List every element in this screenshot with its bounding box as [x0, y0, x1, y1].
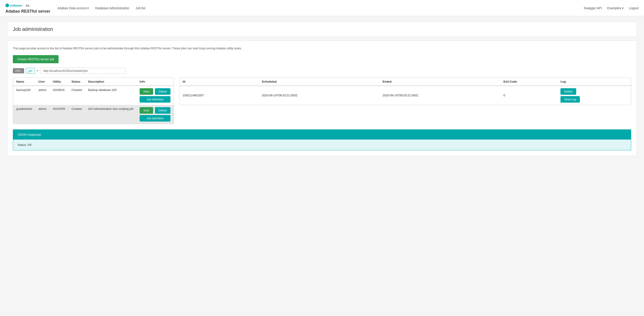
- brand-title: Adabas RESTful server: [6, 9, 50, 14]
- header: software AG Adabas RESTful server Adabas…: [0, 0, 644, 16]
- content-card: This page provide access to the list of …: [7, 40, 637, 156]
- start-button-1[interactable]: Start: [140, 88, 153, 95]
- info-row-1: Start Delete: [140, 88, 170, 95]
- hist-scheduled: 2020-06-14T06:03:21.000Z: [259, 86, 380, 105]
- info-buttons-1: Start Delete Job definition: [140, 88, 170, 103]
- job-desc-2: GO Administration test creating job: [85, 105, 136, 124]
- nav-examples[interactable]: Examples ▾: [607, 6, 624, 10]
- description: This page provide access to the list of …: [13, 46, 631, 51]
- json-response-body: Status: OK: [13, 140, 631, 150]
- col-name: Name: [13, 78, 35, 86]
- softwareag-logo: software AG: [6, 2, 30, 8]
- json-response-header: JSON response: [13, 129, 631, 140]
- hist-col-log: Log: [557, 78, 631, 86]
- info-row-2: Start Delete: [140, 107, 170, 114]
- page-content: Job administration This page provide acc…: [0, 16, 644, 161]
- job-status-1: Created: [68, 86, 85, 105]
- job-desc-1: Backup database 100: [85, 86, 136, 105]
- job-status-2: Created: [68, 105, 85, 124]
- nav-logout[interactable]: Logout: [629, 6, 638, 10]
- job-info-1: Start Delete Job definition: [136, 86, 174, 105]
- page-title-card: Job administration: [7, 21, 637, 37]
- brand-logo: software AG: [6, 2, 50, 8]
- col-status: Status: [68, 78, 85, 86]
- history-delete-button[interactable]: Delete: [560, 88, 576, 95]
- col-user: User: [35, 78, 50, 86]
- col-description: Description: [85, 78, 136, 86]
- hist-col-exit: Exit Code: [500, 78, 557, 86]
- hist-col-scheduled: Scheduled: [259, 78, 380, 86]
- hist-ended: 2020-06-14T06:03:22.000Z: [380, 86, 500, 105]
- job-user-1: admin: [35, 86, 50, 105]
- hist-log-actions: Delete Show log: [557, 86, 631, 105]
- url-method[interactable]: get: [26, 68, 35, 74]
- jobs-table: Name User Utility Status Description Inf…: [13, 77, 174, 124]
- delete-button-1[interactable]: Delete: [155, 88, 171, 95]
- col-info: Info: [136, 78, 174, 86]
- history-table: Id Scheduled Ended Exit Code Log 1592114…: [179, 77, 631, 105]
- url-arrow: >: [37, 69, 38, 72]
- nav-database-administration[interactable]: Database Administration: [95, 6, 129, 10]
- job-info-2: Start Delete Job definition: [136, 105, 174, 124]
- table-row: backup100 admin ADABCK Created Backup da…: [13, 86, 174, 105]
- hist-id: 1592114601937: [180, 86, 258, 105]
- url-input[interactable]: [40, 68, 126, 74]
- url-bar: URL: get >: [13, 68, 631, 74]
- hist-col-ended: Ended: [380, 78, 500, 86]
- jobdef-button-2[interactable]: Job definition: [140, 115, 170, 122]
- main-nav: Adabas Data access ▾ Database Administra…: [58, 6, 576, 10]
- history-row: 1592114601937 2020-06-14T06:03:21.000Z 2…: [180, 86, 631, 105]
- hist-exit-code: 0: [500, 86, 557, 105]
- svg-text:software: software: [10, 4, 22, 7]
- job-utility-2: ADAOPR: [50, 105, 68, 124]
- start-button-2[interactable]: Start: [140, 107, 153, 114]
- job-name-2: goadmintest: [13, 105, 35, 124]
- nav-adabas-data-access[interactable]: Adabas Data access ▾: [58, 6, 89, 10]
- page-title-text: Job administration: [13, 26, 53, 32]
- brand: software AG Adabas RESTful server: [6, 2, 50, 14]
- svg-text:AG: AG: [26, 4, 30, 7]
- jobdef-button-1[interactable]: Job definition: [140, 96, 170, 103]
- col-utility: Utility: [50, 78, 68, 86]
- table-row: goadmintest admin ADAOPR Created GO Admi…: [13, 105, 174, 124]
- show-log-button[interactable]: Show log: [560, 96, 580, 103]
- create-job-button[interactable]: Create RESTful server job: [13, 55, 58, 63]
- job-user-2: admin: [35, 105, 50, 124]
- svg-point-0: [6, 3, 9, 7]
- nav-right: Swagger API Examples ▾ Logout: [584, 6, 638, 10]
- job-utility-1: ADABCK: [50, 86, 68, 105]
- delete-button-2[interactable]: Delete: [155, 107, 171, 114]
- url-label: URL:: [13, 68, 24, 73]
- info-buttons-2: Start Delete Job definition: [140, 107, 170, 122]
- tables-row: Name User Utility Status Description Inf…: [13, 77, 631, 124]
- json-response-section: JSON response Status: OK: [13, 129, 631, 150]
- json-status: Status: OK: [18, 143, 32, 147]
- job-name-1: backup100: [13, 86, 35, 105]
- nav-swagger-api[interactable]: Swagger API: [584, 6, 602, 10]
- hist-col-id: Id: [180, 78, 258, 86]
- nav-job-list[interactable]: Job list: [136, 6, 146, 10]
